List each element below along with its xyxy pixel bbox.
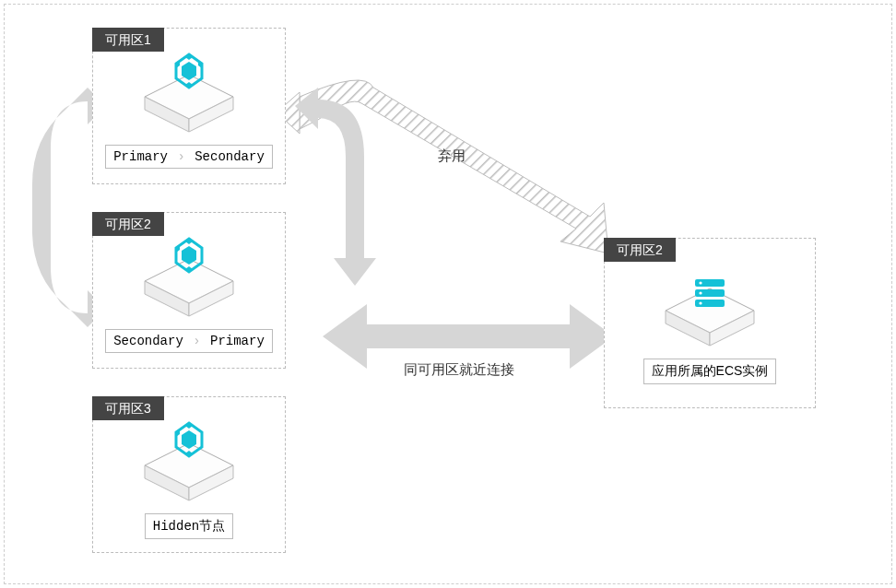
svg-marker-23: [182, 430, 196, 449]
svg-point-34: [699, 291, 701, 294]
zone-az3-caption: Hidden节点: [145, 513, 233, 539]
svg-point-33: [699, 281, 701, 284]
zone-az3-node: [134, 427, 244, 504]
zone-az2-tab: 可用区2: [92, 212, 164, 236]
ecs-instance-icon: [691, 277, 728, 311]
diagram-canvas: 可用区1 Primary ›: [0, 0, 896, 588]
zone-az1-caption: Primary › Secondary: [105, 145, 273, 169]
chevron-right-icon: ›: [191, 334, 202, 348]
zone-az2-caption-a: Secondary: [113, 334, 183, 348]
svg-marker-6: [182, 62, 196, 80]
zone-az1-caption-a: Primary: [113, 149, 168, 164]
zone-az3-tab: 可用区3: [92, 396, 164, 420]
chevron-right-icon: ›: [175, 149, 186, 164]
zone-ecs-caption-text: 应用所属的ECS实例: [652, 363, 769, 378]
label-nearby-text: 同可用区就近连接: [404, 361, 514, 377]
svg-point-35: [699, 301, 701, 304]
zone-az3-caption-text: Hidden节点: [153, 519, 225, 534]
zone-ecs-caption: 应用所属的ECS实例: [643, 359, 777, 384]
label-deprecated-text: 弃用: [438, 147, 466, 163]
zone-az2: 可用区2 Secondary › Primary: [92, 212, 286, 369]
mongo-node-icon: [171, 53, 207, 89]
mongo-node-icon: [171, 421, 207, 458]
zone-ecs-tab: 可用区2: [604, 238, 676, 262]
zone-ecs-node: [654, 272, 765, 349]
zone-az1-caption-b: Secondary: [195, 149, 265, 164]
zone-az1-node: [134, 58, 244, 135]
zone-az3-tab-label: 可用区3: [105, 401, 151, 416]
zone-ecs: 可用区2 应用所属的ECS实例: [604, 238, 816, 408]
zone-ecs-tab-label: 可用区2: [617, 242, 663, 257]
zone-az2-caption: Secondary › Primary: [105, 329, 273, 353]
zone-az1-tab: 可用区1: [92, 28, 164, 52]
zone-az2-caption-b: Primary: [210, 334, 265, 348]
svg-marker-15: [182, 246, 196, 265]
zone-az3: 可用区3 Hidden节点: [92, 396, 286, 553]
zone-az1: 可用区1 Primary ›: [92, 28, 286, 184]
zone-az2-node: [134, 242, 244, 320]
label-deprecated: 弃用: [438, 147, 466, 165]
zone-az1-tab-label: 可用区1: [105, 32, 151, 47]
mongo-node-icon: [171, 237, 207, 274]
zone-az2-tab-label: 可用区2: [105, 217, 151, 231]
label-nearby: 同可用区就近连接: [404, 361, 514, 379]
